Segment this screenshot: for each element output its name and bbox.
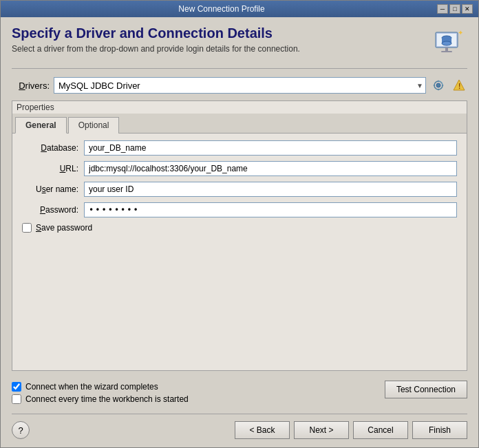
save-password-label: Save password — [36, 223, 92, 233]
svg-point-4 — [442, 41, 451, 45]
main-content: Specify a Driver and Connection Details … — [1, 17, 478, 447]
page-header: Specify a Driver and Connection Details … — [12, 25, 467, 69]
tabs-bar: General Optional — [12, 114, 467, 134]
drivers-row: Drivers: MySQL JDBC Driver ▼ ! — [12, 77, 467, 94]
restore-button[interactable]: □ — [449, 4, 460, 14]
next-button[interactable]: Next > — [294, 421, 349, 439]
connect-workbench-label: Connect every time the workbench is star… — [25, 394, 189, 404]
tab-optional[interactable]: Optional — [68, 117, 120, 134]
titlebar: New Connection Profile ─ □ ✕ — [1, 1, 478, 17]
save-password-checkbox[interactable] — [22, 223, 32, 233]
drivers-label-text: Drivers: — [19, 81, 50, 91]
footer-row: ? < Back Next > Cancel Finish — [12, 417, 467, 442]
connect-wizard-checkbox[interactable] — [12, 382, 21, 392]
connect-wizard-row: Connect when the wizard completes — [12, 382, 189, 392]
svg-text:✦: ✦ — [458, 29, 463, 36]
url-label: URL: — [22, 164, 84, 173]
driver-select-wrapper: MySQL JDBC Driver ▼ — [54, 77, 426, 94]
url-row: URL: — [22, 161, 457, 176]
driver-select[interactable]: MySQL JDBC Driver — [54, 77, 426, 94]
password-label: Password: — [22, 205, 84, 215]
connect-workbench-row: Connect every time the workbench is star… — [12, 394, 189, 404]
username-label: User name: — [22, 184, 84, 194]
database-input[interactable] — [84, 140, 457, 156]
driver-settings-button[interactable] — [430, 77, 447, 94]
warning-icon: ! — [452, 78, 466, 92]
finish-button[interactable]: Finish — [412, 421, 467, 439]
minimize-button[interactable]: ─ — [437, 4, 448, 14]
footer-separator — [12, 414, 467, 414]
database-label: Database: — [22, 143, 84, 153]
tab-general-content: Database: URL: User name: Password: — [12, 134, 467, 370]
cancel-button[interactable]: Cancel — [353, 421, 408, 439]
header-icon: ✦ — [432, 25, 467, 61]
help-icon: ? — [18, 425, 23, 436]
database-row: Database: — [22, 140, 457, 156]
page-title: Specify a Driver and Connection Details — [12, 25, 432, 41]
connect-workbench-checkbox[interactable] — [12, 394, 21, 404]
driver-help-button[interactable]: ! — [451, 77, 467, 94]
password-input[interactable] — [84, 202, 457, 217]
bottom-checkboxes: Connect when the wizard completes Connec… — [12, 378, 189, 408]
tab-general[interactable]: General — [15, 117, 67, 134]
url-input[interactable] — [84, 161, 457, 176]
svg-text:!: ! — [458, 83, 460, 90]
properties-legend: Properties — [12, 101, 467, 114]
back-button[interactable]: < Back — [235, 421, 290, 439]
header-text: Specify a Driver and Connection Details … — [12, 25, 432, 54]
gear-icon — [432, 78, 445, 92]
close-button[interactable]: ✕ — [462, 4, 473, 14]
page-subtitle: Select a driver from the drop-down and p… — [12, 44, 432, 54]
main-window: New Connection Profile ─ □ ✕ Specify a D… — [0, 0, 479, 448]
username-row: User name: — [22, 182, 457, 197]
svg-point-8 — [436, 83, 440, 87]
password-row: Password: — [22, 202, 457, 217]
drivers-label: Drivers: — [12, 81, 50, 91]
save-password-row: Save password — [22, 223, 457, 233]
footer-buttons: < Back Next > Cancel Finish — [235, 421, 467, 439]
window-title: New Connection Profile — [6, 4, 437, 14]
svg-rect-6 — [441, 51, 452, 52]
test-connection-button[interactable]: Test Connection — [385, 381, 467, 398]
window-controls: ─ □ ✕ — [437, 4, 473, 14]
properties-group: Properties General Optional Database: — [12, 100, 467, 371]
help-button[interactable]: ? — [12, 421, 30, 439]
connect-wizard-label: Connect when the wizard completes — [25, 382, 158, 392]
svg-rect-5 — [445, 47, 448, 51]
tab-general-label: General — [25, 120, 56, 130]
connection-icon: ✦ — [432, 25, 465, 58]
username-input[interactable] — [84, 182, 457, 197]
tab-optional-label: Optional — [78, 120, 109, 130]
